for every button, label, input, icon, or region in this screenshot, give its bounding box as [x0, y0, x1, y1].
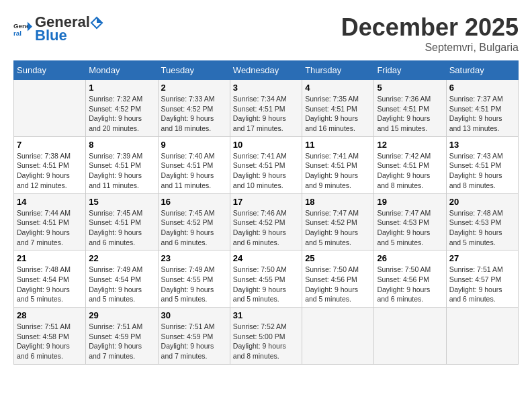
calendar-cell: 12Sunrise: 7:42 AMSunset: 4:51 PMDayligh… [374, 136, 446, 193]
day-number: 18 [305, 197, 371, 207]
svg-text:ral: ral [13, 30, 21, 37]
calendar-cell: 31Sunrise: 7:52 AMSunset: 5:00 PMDayligh… [230, 308, 302, 365]
day-number: 4 [305, 83, 371, 93]
calendar-cell [302, 308, 374, 365]
calendar-week-row: 7Sunrise: 7:38 AMSunset: 4:51 PMDaylight… [14, 136, 519, 193]
day-number: 1 [89, 83, 154, 93]
calendar-cell [14, 80, 86, 137]
day-info: Sunrise: 7:36 AMSunset: 4:51 PMDaylight:… [377, 94, 443, 134]
calendar-cell [446, 308, 518, 365]
calendar-cell: 13Sunrise: 7:43 AMSunset: 4:51 PMDayligh… [446, 136, 518, 193]
calendar-cell: 5Sunrise: 7:36 AMSunset: 4:51 PMDaylight… [374, 80, 446, 137]
calendar-cell: 16Sunrise: 7:45 AMSunset: 4:52 PMDayligh… [158, 193, 230, 250]
day-number: 27 [449, 253, 515, 263]
day-number: 13 [449, 140, 515, 150]
calendar-cell: 19Sunrise: 7:47 AMSunset: 4:53 PMDayligh… [374, 193, 446, 250]
calendar-header-row: SundayMondayTuesdayWednesdayThursdayFrid… [14, 61, 519, 80]
header-day-thursday: Thursday [302, 61, 374, 80]
day-number: 16 [161, 197, 227, 207]
calendar-cell: 30Sunrise: 7:51 AMSunset: 4:59 PMDayligh… [158, 308, 230, 365]
day-info: Sunrise: 7:47 AMSunset: 4:52 PMDaylight:… [305, 208, 371, 248]
day-info: Sunrise: 7:45 AMSunset: 4:52 PMDaylight:… [161, 208, 227, 248]
day-number: 26 [377, 253, 443, 263]
day-number: 24 [233, 253, 299, 263]
calendar-week-row: 28Sunrise: 7:51 AMSunset: 4:58 PMDayligh… [14, 308, 519, 365]
day-number: 31 [233, 310, 299, 320]
header-day-friday: Friday [374, 61, 446, 80]
day-number: 9 [161, 140, 227, 150]
day-info: Sunrise: 7:42 AMSunset: 4:51 PMDaylight:… [377, 151, 443, 191]
day-info: Sunrise: 7:52 AMSunset: 5:00 PMDaylight:… [233, 322, 299, 361]
calendar-week-row: 21Sunrise: 7:48 AMSunset: 4:54 PMDayligh… [14, 250, 519, 308]
day-info: Sunrise: 7:51 AMSunset: 4:58 PMDaylight:… [17, 322, 83, 361]
calendar-cell: 7Sunrise: 7:38 AMSunset: 4:51 PMDaylight… [14, 136, 86, 193]
calendar-cell: 18Sunrise: 7:47 AMSunset: 4:52 PMDayligh… [302, 193, 374, 250]
day-number: 29 [89, 310, 154, 320]
day-info: Sunrise: 7:44 AMSunset: 4:51 PMDaylight:… [17, 208, 83, 248]
day-number: 14 [17, 197, 83, 207]
day-number: 25 [305, 253, 371, 263]
calendar-cell: 22Sunrise: 7:49 AMSunset: 4:54 PMDayligh… [86, 250, 158, 308]
calendar-cell: 10Sunrise: 7:41 AMSunset: 4:51 PMDayligh… [230, 136, 302, 193]
calendar-cell: 1Sunrise: 7:32 AMSunset: 4:52 PMDaylight… [86, 80, 158, 137]
day-info: Sunrise: 7:51 AMSunset: 4:59 PMDaylight:… [161, 322, 227, 361]
day-info: Sunrise: 7:49 AMSunset: 4:55 PMDaylight:… [161, 265, 227, 304]
calendar-cell: 28Sunrise: 7:51 AMSunset: 4:58 PMDayligh… [14, 308, 86, 365]
day-info: Sunrise: 7:49 AMSunset: 4:54 PMDaylight:… [89, 265, 154, 304]
day-info: Sunrise: 7:48 AMSunset: 4:53 PMDaylight:… [449, 208, 515, 248]
day-number: 22 [89, 253, 154, 263]
calendar-cell: 8Sunrise: 7:39 AMSunset: 4:51 PMDaylight… [86, 136, 158, 193]
calendar-cell: 2Sunrise: 7:33 AMSunset: 4:52 PMDaylight… [158, 80, 230, 137]
day-info: Sunrise: 7:51 AMSunset: 4:59 PMDaylight:… [89, 322, 154, 361]
header-day-monday: Monday [86, 61, 158, 80]
header-day-saturday: Saturday [446, 61, 518, 80]
day-number: 6 [449, 83, 515, 93]
day-info: Sunrise: 7:47 AMSunset: 4:53 PMDaylight:… [377, 208, 443, 248]
calendar-cell: 14Sunrise: 7:44 AMSunset: 4:51 PMDayligh… [14, 193, 86, 250]
day-info: Sunrise: 7:50 AMSunset: 4:55 PMDaylight:… [233, 265, 299, 304]
calendar-cell: 21Sunrise: 7:48 AMSunset: 4:54 PMDayligh… [14, 250, 86, 308]
day-info: Sunrise: 7:48 AMSunset: 4:54 PMDaylight:… [17, 265, 83, 304]
day-info: Sunrise: 7:35 AMSunset: 4:51 PMDaylight:… [305, 94, 371, 134]
logo: Gene ral General Blue [13, 13, 105, 44]
day-info: Sunrise: 7:45 AMSunset: 4:51 PMDaylight:… [89, 208, 154, 248]
calendar-cell: 24Sunrise: 7:50 AMSunset: 4:55 PMDayligh… [230, 250, 302, 308]
day-number: 15 [89, 197, 154, 207]
day-number: 7 [17, 140, 83, 150]
calendar-cell: 4Sunrise: 7:35 AMSunset: 4:51 PMDaylight… [302, 80, 374, 137]
calendar-cell: 23Sunrise: 7:49 AMSunset: 4:55 PMDayligh… [158, 250, 230, 308]
calendar-cell: 11Sunrise: 7:41 AMSunset: 4:51 PMDayligh… [302, 136, 374, 193]
logo-icon: Gene ral [13, 19, 32, 38]
day-info: Sunrise: 7:33 AMSunset: 4:52 PMDaylight:… [161, 94, 227, 134]
day-info: Sunrise: 7:41 AMSunset: 4:51 PMDaylight:… [305, 151, 371, 191]
logo-svg-area [90, 13, 105, 31]
calendar-cell: 9Sunrise: 7:40 AMSunset: 4:51 PMDaylight… [158, 136, 230, 193]
month-title: December 2025 [341, 13, 519, 42]
day-info: Sunrise: 7:43 AMSunset: 4:51 PMDaylight:… [449, 151, 515, 191]
calendar-cell: 26Sunrise: 7:50 AMSunset: 4:56 PMDayligh… [374, 250, 446, 308]
title-block: December 2025 Septemvri, Bulgaria [341, 13, 519, 54]
day-info: Sunrise: 7:40 AMSunset: 4:51 PMDaylight:… [161, 151, 227, 191]
calendar-cell: 25Sunrise: 7:50 AMSunset: 4:56 PMDayligh… [302, 250, 374, 308]
calendar-cell: 20Sunrise: 7:48 AMSunset: 4:53 PMDayligh… [446, 193, 518, 250]
calendar-cell: 15Sunrise: 7:45 AMSunset: 4:51 PMDayligh… [86, 193, 158, 250]
day-info: Sunrise: 7:38 AMSunset: 4:51 PMDaylight:… [17, 151, 83, 191]
header-day-wednesday: Wednesday [230, 61, 302, 80]
calendar-cell: 6Sunrise: 7:37 AMSunset: 4:51 PMDaylight… [446, 80, 518, 137]
day-info: Sunrise: 7:51 AMSunset: 4:57 PMDaylight:… [449, 265, 515, 304]
day-info: Sunrise: 7:41 AMSunset: 4:51 PMDaylight:… [233, 151, 299, 191]
day-info: Sunrise: 7:50 AMSunset: 4:56 PMDaylight:… [377, 265, 443, 304]
day-number: 3 [233, 83, 299, 93]
calendar-cell: 29Sunrise: 7:51 AMSunset: 4:59 PMDayligh… [86, 308, 158, 365]
calendar-week-row: 14Sunrise: 7:44 AMSunset: 4:51 PMDayligh… [14, 193, 519, 250]
day-number: 17 [233, 197, 299, 207]
day-number: 10 [233, 140, 299, 150]
day-info: Sunrise: 7:32 AMSunset: 4:52 PMDaylight:… [89, 94, 154, 134]
day-number: 12 [377, 140, 443, 150]
day-info: Sunrise: 7:39 AMSunset: 4:51 PMDaylight:… [89, 151, 154, 191]
day-info: Sunrise: 7:37 AMSunset: 4:51 PMDaylight:… [449, 94, 515, 134]
day-number: 28 [17, 310, 83, 320]
day-info: Sunrise: 7:46 AMSunset: 4:52 PMDaylight:… [233, 208, 299, 248]
day-number: 20 [449, 197, 515, 207]
day-info: Sunrise: 7:50 AMSunset: 4:56 PMDaylight:… [305, 265, 371, 304]
